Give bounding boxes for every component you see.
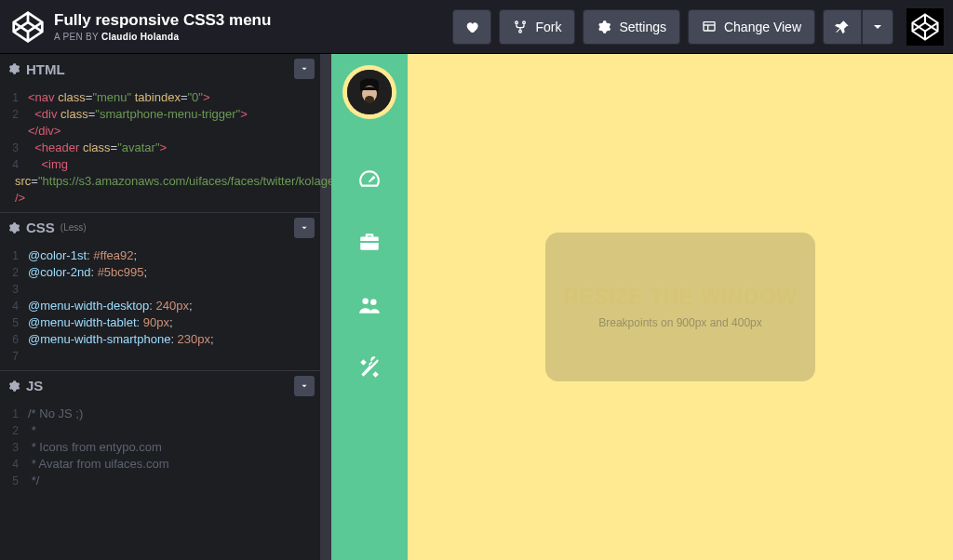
chevron-down-icon[interactable]: [294, 376, 315, 396]
change-view-button[interactable]: Change View: [688, 9, 815, 45]
pin-button[interactable]: [823, 9, 862, 45]
codepen-logo[interactable]: [9, 8, 47, 46]
card-title: RESIZE THE WINDOW: [563, 285, 797, 311]
js-code[interactable]: 1/* No JS ;) 2 * 3 * Icons from entypo.c…: [0, 400, 320, 495]
gear-icon[interactable]: [7, 380, 20, 393]
chevron-down-icon[interactable]: [294, 59, 315, 79]
pin-dropdown[interactable]: [862, 9, 893, 45]
card-subtitle: Breakpoints on 900px and 400px: [598, 316, 761, 329]
chevron-down-icon[interactable]: [294, 218, 315, 238]
main: HTML 1<nav class="menu" tabindex="0"> 2 …: [0, 54, 953, 560]
pen-title: Fully responsive CSS3 menu: [54, 11, 452, 30]
author-link[interactable]: Claudio Holanda: [101, 32, 179, 42]
css-pane: CSS (Less) 1@color-1st: #ffea92; 2@color…: [0, 212, 320, 370]
html-code[interactable]: 1<nav class="menu" tabindex="0"> 2 <div …: [0, 84, 320, 212]
demo-menu-icons: [356, 166, 383, 381]
briefcase-icon[interactable]: [356, 229, 383, 255]
html-pane: HTML 1<nav class="menu" tabindex="0"> 2 …: [0, 54, 320, 212]
html-pane-header[interactable]: HTML: [0, 54, 320, 84]
pane-label: JS: [26, 378, 43, 393]
title-block: Fully responsive CSS3 menu A PEN BY Clau…: [54, 11, 452, 42]
demo-card: RESIZE THE WINDOW Breakpoints on 900px a…: [545, 233, 815, 381]
pane-sublabel: (Less): [60, 222, 87, 233]
svg-point-5: [365, 96, 374, 103]
demo-stage: RESIZE THE WINDOW Breakpoints on 900px a…: [408, 54, 953, 560]
topbar: Fully responsive CSS3 menu A PEN BY Clau…: [0, 0, 953, 54]
css-code[interactable]: 1@color-1st: #ffea92; 2@color-2nd: #5bc9…: [0, 242, 320, 370]
svg-rect-0: [704, 21, 715, 30]
pin-button-group: [823, 9, 893, 45]
users-icon[interactable]: [356, 292, 383, 318]
pen-byline: A PEN BY Claudio Holanda: [54, 32, 452, 42]
user-avatar[interactable]: [906, 8, 944, 46]
css-pane-header[interactable]: CSS (Less): [0, 212, 320, 242]
top-actions: Fork Settings Change View: [452, 8, 944, 46]
gear-icon[interactable]: [7, 221, 20, 234]
pane-label: HTML: [26, 61, 65, 77]
gear-icon[interactable]: [7, 62, 20, 75]
demo-avatar[interactable]: [342, 65, 396, 119]
editor-column: HTML 1<nav class="menu" tabindex="0"> 2 …: [0, 54, 331, 560]
pane-label: CSS: [26, 220, 55, 235]
tools-icon[interactable]: [356, 355, 383, 381]
like-button[interactable]: [452, 9, 491, 45]
settings-button[interactable]: Settings: [583, 9, 680, 45]
demo-sidebar: [331, 54, 408, 560]
js-pane: JS 1/* No JS ;) 2 * 3 * Icons from entyp…: [0, 370, 320, 495]
fork-button[interactable]: Fork: [499, 9, 575, 45]
js-pane-header[interactable]: JS: [0, 370, 320, 400]
preview-area: RESIZE THE WINDOW Breakpoints on 900px a…: [331, 54, 953, 560]
gauge-icon[interactable]: [356, 166, 383, 192]
